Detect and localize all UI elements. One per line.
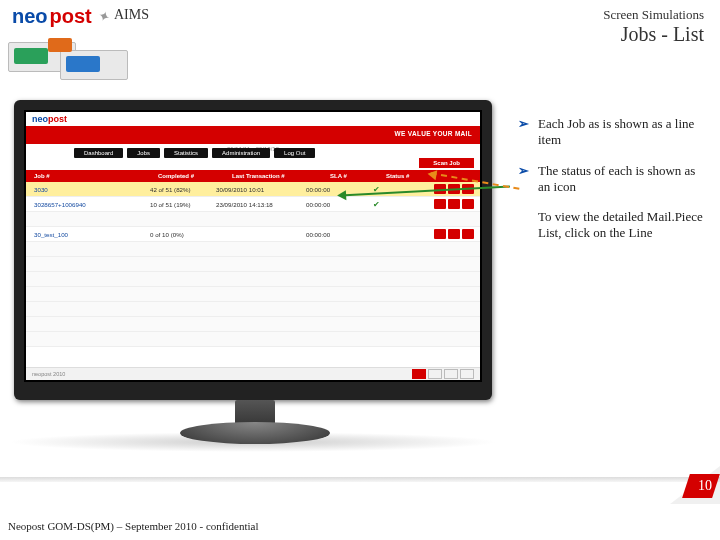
table-row — [26, 272, 480, 287]
page-prev-icon[interactable] — [428, 369, 442, 379]
bullet-item: ➢Each Job as is shown as a line item — [518, 116, 710, 149]
page-number: 10 — [698, 478, 712, 494]
slogan-text: WE VALUE YOUR MAIL — [395, 130, 472, 137]
chevron-icon: ➢ — [518, 116, 530, 149]
chevron-icon: ➢ — [518, 163, 530, 196]
table-row — [26, 257, 480, 272]
table-header: Job # Completed # Last Transaction # SLA… — [26, 170, 480, 182]
bullet-list: ➢Each Job as is shown as a line item ➢Th… — [518, 116, 710, 256]
app-footer: neopost 2010 — [26, 367, 480, 380]
table-row — [26, 317, 480, 332]
action-icon[interactable] — [448, 199, 460, 209]
subtitle: Screen Simulations — [603, 8, 704, 21]
page-next-icon[interactable] — [444, 369, 458, 379]
action-icon[interactable] — [448, 229, 460, 239]
action-icon[interactable] — [434, 229, 446, 239]
tab-logout[interactable]: Log Out — [274, 148, 315, 158]
brand-neo: neo — [12, 6, 48, 26]
nav-tabs: Dashboard Jobs Statistics Administration… — [74, 148, 315, 158]
brand-logo: neopost ✦ — [12, 6, 110, 26]
table-row[interactable]: 3028657+1006940 10 of 51 (19%) 23/09/201… — [26, 197, 480, 212]
table-row — [26, 212, 480, 227]
col-job[interactable]: Job # — [26, 173, 154, 179]
tab-dashboard[interactable]: Dashboard — [74, 148, 123, 158]
page-corner: 10 — [664, 464, 720, 504]
table-row — [26, 242, 480, 257]
app-logo: neopost — [32, 114, 67, 124]
flow-diagram — [8, 34, 128, 88]
col-transaction[interactable]: Last Transaction # — [228, 173, 326, 179]
brand-post: post — [50, 6, 92, 26]
table-row[interactable]: 30_test_100 0 of 10 (0%) 00:00:00 — [26, 227, 480, 242]
product-name: AIMS — [114, 8, 149, 22]
action-icon[interactable] — [462, 229, 474, 239]
action-icon[interactable] — [434, 199, 446, 209]
tab-jobs[interactable]: Jobs — [127, 148, 160, 158]
leaf-icon: ✦ — [95, 6, 112, 25]
col-sla[interactable]: SLA # — [326, 173, 382, 179]
table-row — [26, 332, 480, 347]
confidential-footer: Neopost GOM-DS(PM) – September 2010 - co… — [8, 520, 259, 532]
scan-job-button[interactable]: Scan Job — [419, 158, 474, 168]
table-row[interactable]: 3030 42 of 51 (82%) 30/09/2010 10:01 00:… — [26, 182, 480, 197]
table-row — [26, 302, 480, 317]
bullet-item: ➢The status of each is shown as an icon — [518, 163, 710, 196]
bullet-item: ➢To view the detailed Mail.Piece List, c… — [518, 209, 710, 242]
monitor-stand — [180, 400, 330, 450]
page-first-icon[interactable] — [412, 369, 426, 379]
app-screenshot: neopost WE VALUE YOUR MAIL Dashboard Job… — [26, 112, 480, 380]
table-row — [26, 287, 480, 302]
action-icon[interactable] — [462, 199, 474, 209]
tab-statistics[interactable]: Statistics — [164, 148, 208, 158]
page-last-icon[interactable] — [460, 369, 474, 379]
monitor: neopost WE VALUE YOUR MAIL Dashboard Job… — [14, 100, 492, 400]
status-check-icon: ✔ — [354, 200, 398, 209]
divider — [0, 477, 720, 482]
page-title: Jobs - List — [621, 24, 704, 44]
pagination — [412, 369, 480, 379]
tab-administration[interactable]: Administration — [212, 148, 270, 158]
col-completed[interactable]: Completed # — [154, 173, 228, 179]
